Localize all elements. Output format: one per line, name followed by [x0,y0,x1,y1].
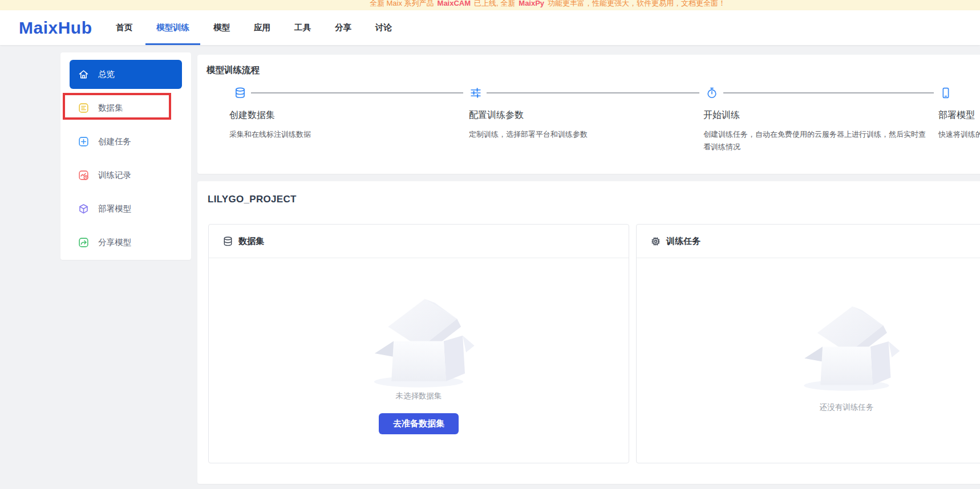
task-card-header: 训练任务 [637,225,980,258]
training-records-icon [78,169,90,181]
banner-suffix: 功能更丰富，性能更强大，软件更易用，文档更全面！ [548,0,726,7]
top-header: MaixHub 首页 模型训练 模型 应用 工具 分享 讨论 [0,10,980,45]
empty-box-illustration [791,294,902,394]
nav-item-apps[interactable]: 应用 [254,10,270,45]
dataset-card: 数据集 未选择数据集 去准备数据集 [208,224,629,463]
sidebar-item-overview[interactable]: 总览 [70,60,182,89]
sidebar-item-label: 分享模型 [98,237,131,248]
sidebar-item-create-task[interactable]: 创建任务 [70,127,182,156]
training-task-card: 训练任务 还没有训练任务 [636,224,980,463]
sidebar-item-label: 训练记录 [98,170,131,181]
maixhub-logo[interactable]: MaixHub [19,10,92,45]
nav-item-home[interactable]: 首页 [116,10,132,45]
flow-panel-title: 模型训练流程 [206,64,260,76]
maixhub-page: 全新 Maix 系列产品MaixCAM已上线, 全新MaixPy功能更丰富，性能… [0,0,980,489]
nav-item-tools[interactable]: 工具 [294,10,311,45]
project-title: LILYGO_PROJECT [208,194,297,205]
task-card-title: 训练任务 [666,236,700,247]
cube-icon [78,203,90,215]
project-panel: LILYGO_PROJECT 数据集 未选择数据集 去准备 [197,181,980,484]
step-title: 部署模型 [938,109,975,121]
nav-item-model-training[interactable]: 模型训练 [156,10,189,45]
prepare-dataset-button[interactable]: 去准备数据集 [379,413,459,434]
banner-prefix: 全新 Maix 系列产品 [370,0,434,7]
share-arrow-icon [78,237,90,248]
banner-product-maixcam: MaixCAM [438,0,471,7]
step-desc: 创建训练任务，自动在免费使用的云服务器上进行训练，然后实时查看训练情况 [703,128,933,153]
sidebar-item-share-model[interactable]: 分享模型 [70,228,182,257]
step-title: 配置训练参数 [469,109,524,121]
task-card-body: 还没有训练任务 [637,258,980,463]
sidebar-item-label: 创建任务 [98,136,131,147]
sidebar-item-label: 数据集 [98,103,123,113]
sidebar-item-dataset[interactable]: 数据集 [70,93,182,123]
dataset-card-header: 数据集 [209,225,629,258]
database-icon [222,236,233,247]
task-empty-text: 还没有训练任务 [637,402,980,413]
timer-icon [706,87,718,99]
sidebar-item-label: 部署模型 [98,203,131,214]
step-desc: 定制训练，选择部署平台和训练参数 [469,128,680,141]
announcement-banner: 全新 Maix 系列产品MaixCAM已上线, 全新MaixPy功能更丰富，性能… [0,0,980,10]
dataset-card-body: 未选择数据集 去准备数据集 [209,258,629,463]
step-desc: 快速将训练的模 [938,128,980,141]
step-desc: 采集和在线标注训练数据 [229,128,435,141]
sidebar-item-label: 总览 [98,69,115,80]
flow-connector-line [487,92,699,93]
phone-icon [939,87,952,99]
step-title: 开始训练 [703,109,740,121]
dataset-list-icon [78,102,90,114]
dataset-empty-text: 未选择数据集 [209,391,629,401]
sidebar-item-deploy-model[interactable]: 部署模型 [70,194,182,223]
nav-item-models[interactable]: 模型 [213,10,230,45]
banner-product-maixpy: MaixPy [519,0,544,7]
dataset-card-title: 数据集 [238,236,264,247]
home-icon [78,68,90,80]
sliders-icon [469,87,482,99]
announcement-text: 全新 Maix 系列产品MaixCAM已上线, 全新MaixPy功能更丰富，性能… [0,0,980,9]
empty-box-illustration [361,286,477,391]
training-flow-panel: 模型训练流程 创建数据集 配置训练参数 开始训练 部署模型 采集和在线标注训练数… [197,55,980,174]
nav-item-share[interactable]: 分享 [335,10,351,45]
plus-square-icon [78,136,90,148]
nav-item-discuss[interactable]: 讨论 [375,10,392,45]
sidebar-item-training-records[interactable]: 训练记录 [70,161,182,190]
flow-connector-line [723,92,934,93]
sidebar: 总览 数据集 创建任务 训练记录 部署模型 [60,52,191,260]
main-nav: 首页 模型训练 模型 应用 工具 分享 讨论 [116,10,392,45]
database-icon [234,87,246,99]
step-title: 创建数据集 [229,109,275,121]
banner-middle: 已上线, 全新 [474,0,515,7]
flow-connector-line [251,92,463,93]
chip-icon [650,236,661,247]
